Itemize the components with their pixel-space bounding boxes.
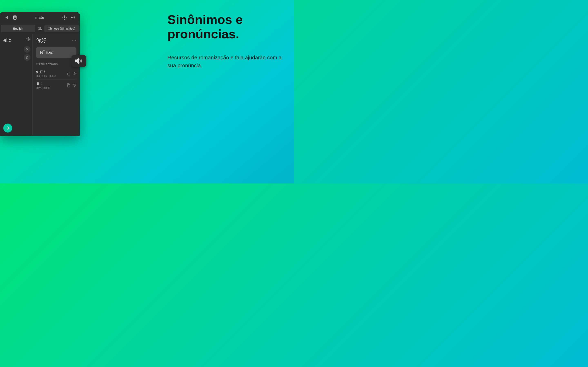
title-bar-left: [3, 14, 18, 21]
interjection-item-2: 喂！ Hey!, Hello!: [36, 80, 76, 91]
input-actions: [24, 46, 30, 61]
input-panel: ello: [0, 34, 33, 136]
svg-marker-10: [26, 37, 29, 41]
target-language-button[interactable]: Chinese (Simplified): [44, 25, 79, 32]
app-title: mate: [35, 16, 44, 20]
svg-rect-14: [68, 73, 70, 75]
interjection-text: 你好！ Hello!, Hi!, Hello!: [36, 69, 67, 78]
svg-marker-0: [6, 16, 8, 19]
sound-popup[interactable]: [71, 55, 86, 67]
main-content: ello: [0, 34, 80, 136]
sound-popup-icon: [75, 58, 82, 64]
input-sound-button[interactable]: [26, 37, 30, 41]
interjection-main-2: 喂！: [36, 81, 67, 86]
svg-rect-1: [13, 16, 16, 19]
right-content: Sinônimos e pronúncias. Recursos de roma…: [167, 12, 282, 69]
clear-button[interactable]: [24, 46, 30, 53]
interjection-actions-2: [67, 83, 76, 87]
source-language-button[interactable]: English: [1, 25, 35, 32]
romanization-container: Nǐ hǎo: [36, 47, 76, 58]
svg-rect-16: [68, 84, 70, 87]
translation-header: 你好 ···: [33, 34, 80, 45]
sound-icon-1[interactable]: [73, 72, 76, 75]
book-icon[interactable]: [12, 14, 18, 21]
arrow-left-icon[interactable]: [3, 14, 10, 21]
title-bar-right: [61, 14, 76, 21]
section-label: INTERJECTIONS: [36, 63, 76, 66]
paste-button[interactable]: [24, 54, 30, 61]
svg-marker-18: [76, 58, 79, 64]
svg-point-9: [72, 17, 74, 18]
svg-marker-15: [73, 72, 75, 75]
svg-line-8: [65, 17, 65, 18]
interjection-main-1: 你好！: [36, 69, 67, 74]
input-text: ello: [3, 37, 11, 43]
interjection-actions-1: [67, 72, 76, 75]
sub-text: Recursos de romanização e fala ajudarão …: [167, 54, 282, 69]
interjection-text-2: 喂！ Hey!, Hello!: [36, 81, 67, 89]
copy-icon-2[interactable]: [67, 83, 70, 87]
interjection-sub-1: Hello!, Hi!, Hello!: [36, 75, 67, 78]
swap-languages-button[interactable]: [36, 25, 43, 32]
translation-panel: 你好 ··· Nǐ hǎo INTERJECTIONS 你好！ Hello!, …: [33, 34, 80, 136]
history-icon[interactable]: [61, 14, 68, 21]
copy-icon-1[interactable]: [67, 72, 70, 75]
svg-rect-13: [26, 57, 28, 59]
title-bar: mate: [0, 12, 80, 23]
interjection-item: 你好！ Hello!, Hi!, Hello!: [36, 68, 76, 80]
interjection-sub-2: Hey!, Hello!: [36, 86, 67, 89]
sound-icon-2[interactable]: [73, 83, 76, 87]
romanization-text: Nǐ hǎo: [40, 50, 53, 55]
settings-icon[interactable]: [70, 14, 76, 21]
main-heading: Sinônimos e pronúncias.: [167, 12, 282, 42]
more-options-button[interactable]: ···: [72, 38, 76, 42]
translated-text: 你好: [36, 37, 47, 44]
submit-button[interactable]: [3, 124, 12, 133]
language-bar: English Chinese (Simplified): [0, 23, 80, 34]
app-window: mate English: [0, 12, 80, 136]
svg-marker-17: [73, 84, 75, 87]
translation-actions: ···: [72, 38, 76, 42]
